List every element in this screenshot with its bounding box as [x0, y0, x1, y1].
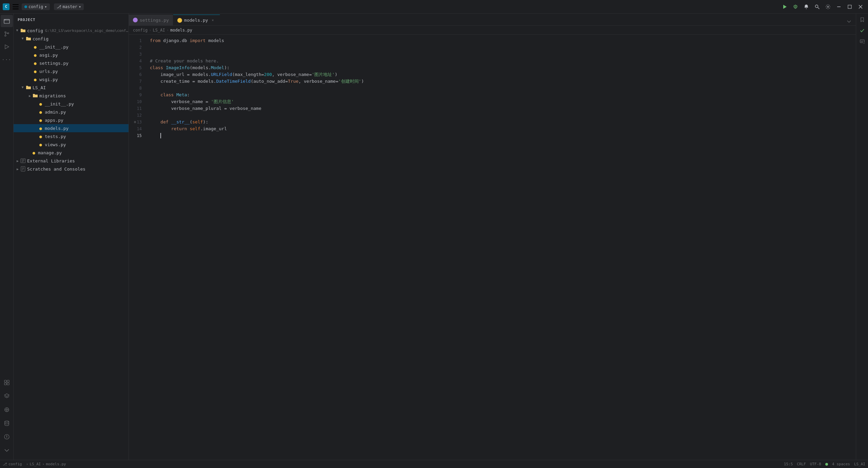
tree-item-init[interactable]: ▶ ● __init__.py [14, 43, 129, 51]
tree-item-apps[interactable]: ▶ ● apps.py [14, 116, 129, 124]
tree-arrow-migrations: ▶ [27, 93, 33, 98]
activity-git-icon[interactable] [1, 28, 13, 40]
activity-bar: ··· [0, 14, 14, 460]
status-ls-ai: LS_AI [29, 462, 41, 466]
tree-item-models[interactable]: ▶ ● models.py [14, 124, 129, 132]
right-panel-check-icon[interactable] [857, 26, 867, 35]
bell-icon [804, 4, 809, 9]
tree-arrow-ls-ai: ▶ [20, 85, 26, 90]
status-line-ending[interactable]: CRLF [797, 462, 806, 466]
manage-py-icon: ● [31, 150, 37, 155]
settings-button[interactable] [823, 2, 833, 12]
tab-close-button[interactable]: × [210, 18, 216, 23]
git-branch-icon: ⎇ [3, 462, 7, 466]
tab-models[interactable]: models.py × [173, 15, 220, 25]
code-line-2 [149, 44, 850, 51]
code-line-9: class Meta: [149, 92, 850, 98]
activity-layers-icon[interactable] [1, 390, 13, 402]
status-path[interactable]: › LS_AI › models.py [26, 462, 66, 466]
search-icon [814, 4, 820, 9]
activity-database-icon[interactable] [1, 417, 13, 429]
status-encoding[interactable]: UTF-8 [810, 462, 821, 466]
status-indent[interactable]: 4 spaces [832, 462, 850, 466]
git-branch-badge[interactable]: ⎇ master ▾ [54, 3, 84, 10]
tree-label-views: views.py [45, 142, 66, 147]
tree-item-admin[interactable]: ▶ ● admin.py [14, 108, 129, 116]
layers-icon [4, 393, 10, 399]
models-tab-icon [177, 18, 182, 23]
code-editor[interactable]: from django.db import models # Create yo… [146, 35, 850, 460]
svg-point-16 [5, 32, 6, 33]
activity-run-icon[interactable] [1, 41, 13, 53]
restore-button[interactable] [845, 2, 854, 12]
todo-icon [4, 434, 10, 440]
tab-settings[interactable]: settings.py [129, 15, 173, 25]
search-button[interactable] [812, 2, 822, 12]
check-icon [860, 28, 865, 33]
tree-item-urls[interactable]: ▶ ● urls.py [14, 67, 129, 75]
tree-item-init2[interactable]: ▶ ● __init__.py [14, 100, 129, 108]
settings-tab-icon [133, 18, 138, 22]
breadcrumb-config[interactable]: config [133, 28, 147, 33]
right-panel-ai-icon[interactable]: AI [857, 37, 867, 46]
tree-item-tests[interactable]: ▶ ● tests.py [14, 132, 129, 140]
run-icon [4, 44, 10, 50]
status-git-branch[interactable]: ⎇ config [3, 462, 22, 466]
tree-item-ext-libs[interactable]: ▶ External Libraries [14, 157, 129, 165]
tree-item-views[interactable]: ▶ ● views.py [14, 140, 129, 149]
activity-more-icon[interactable]: ··· [1, 54, 13, 66]
tree-label-admin: admin.py [45, 110, 66, 115]
breadcrumb-ls-ai[interactable]: LS_AI [153, 28, 165, 33]
status-position[interactable]: 15:5 [784, 462, 793, 466]
tree-label-scratches: Scratches and Consoles [27, 167, 85, 172]
tree-item-asgi[interactable]: ▶ ● asgi.py [14, 51, 129, 59]
status-indent-label: 4 spaces [832, 462, 850, 466]
tree-item-manage[interactable]: ▶ ● manage.py [14, 149, 129, 157]
init2-py-icon: ● [38, 101, 43, 106]
run-config-label: config [28, 4, 43, 9]
text-cursor [160, 133, 161, 138]
tree-item-config-sub[interactable]: ▶ config [14, 35, 129, 43]
activity-project-icon[interactable] [1, 15, 13, 27]
run-button[interactable] [780, 2, 789, 12]
titlebar: C config ▾ ⎇ master ▾ [0, 0, 868, 14]
activity-git2-icon[interactable] [1, 444, 13, 456]
notifications-button[interactable] [802, 2, 811, 12]
close-button[interactable] [856, 2, 865, 12]
sidebar-tree[interactable]: ▶ config G:\02_LS\workspace\ls_aigc_demo… [14, 26, 129, 460]
svg-point-35 [6, 438, 7, 438]
tab-action-recent[interactable] [845, 17, 853, 25]
status-crlf-label: CRLF [797, 462, 806, 466]
recent-files-icon [847, 19, 851, 24]
svg-rect-22 [7, 380, 9, 382]
tree-arrow-ext-libs: ▶ [15, 158, 20, 163]
status-encoding-label: UTF-8 [810, 462, 821, 466]
status-interpreter[interactable]: LS_AI [854, 462, 865, 466]
activity-services-icon[interactable] [1, 404, 13, 416]
code-line-5: class ImageInfo(models.Model): [149, 64, 850, 71]
tree-item-wsgi[interactable]: ▶ ● wsgi.py [14, 75, 129, 83]
svg-point-10 [827, 6, 829, 7]
tree-arrow-scratches: ▶ [15, 166, 20, 172]
tree-label-tests: tests.py [45, 134, 66, 139]
breadcrumb-models[interactable]: models.py [170, 28, 192, 33]
tree-item-scratches[interactable]: ▶ Scratches and Consoles [14, 165, 129, 173]
sidebar: Project ▶ config G:\02_LS\workspace\ls_a… [14, 14, 129, 460]
debug-button[interactable] [791, 2, 800, 12]
tree-item-config-root[interactable]: ▶ config G:\02_LS\workspace\ls_aigc_demo… [14, 26, 129, 35]
right-panel-bookmark-icon[interactable] [857, 15, 867, 24]
activity-todo-icon[interactable] [1, 431, 13, 443]
right-panel: AI [856, 14, 868, 460]
tree-item-ls-ai[interactable]: ▶ LS_AI [14, 83, 129, 92]
main-menu-button[interactable] [12, 3, 20, 11]
tree-label-models: models.py [45, 126, 68, 131]
run-config-badge[interactable]: config ▾ [22, 3, 50, 10]
svg-rect-2 [13, 8, 19, 9]
tree-item-settings[interactable]: ▶ ● settings.py [14, 59, 129, 67]
minimize-button[interactable] [834, 2, 844, 12]
tree-label-config-sub: config [33, 36, 48, 41]
breadcrumb-sep1: › [149, 28, 151, 33]
tree-item-migrations[interactable]: ▶ migrations [14, 92, 129, 100]
activity-plugins-icon[interactable] [1, 376, 13, 389]
status-bar-right: 15:5 CRLF UTF-8 4 spaces LS_AI [784, 462, 865, 466]
